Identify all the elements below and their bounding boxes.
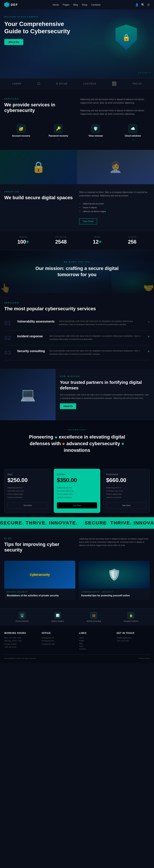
nav-pages[interactable]: Pages [63,3,69,6]
price-feature-item: Laborum est dictum [57,496,97,499]
mission-title: Our mission: crafting a secure digital t… [34,266,120,278]
blog-card-1[interactable]: Cybersecurity PRIVATE SECURITY Revelatio… [4,561,75,600]
service-virus-arrow[interactable]: → [79,138,113,141]
about-list-item-1: Adipiscing sed accumset [79,202,150,206]
service-row-3-expand[interactable]: + [147,349,150,354]
blog-card-2-tag: CYBERSECURITY · SECURITY [81,591,147,593]
price-features-basic: Adipiscing sed ut et Accumsan tortor et … [7,486,48,499]
about-view-detail-button[interactable]: View Detail [79,218,97,224]
stat-clients-value: 256 [128,239,137,245]
service-cloud: ☁️ Cloud solutions → [116,124,150,141]
footer-privacy-policy-link[interactable]: Privacy Policy [139,657,150,659]
price-card-business: Business $350.00 Adipiscing sed ut et Ac… [54,469,101,513]
hand-icon-right: 🤝 [143,283,154,293]
security-consulting-icon: 💼 [90,612,97,619]
stat-projects: Projects 2548 [55,236,67,245]
mission-label: WE WORK FOR YOU [4,261,150,263]
bottom-service-device[interactable]: 🖥️ Device protection [15,612,29,622]
tech-dot-1 [55,436,57,438]
service-num-3: 03 [4,349,13,356]
footer-link-contacts[interactable]: Contacts [79,648,112,650]
navbar: DEF Home Pages Blog Shop Contacts 👤 🔍 ☰ [0,0,154,9]
service-row-3-desc: Sed ut perspiciatis unde omnis iste natu… [49,349,143,355]
bottom-service-encryption[interactable]: 🔒 Encryption systems [124,612,139,622]
user-icon[interactable]: 👤 [135,3,139,6]
service-password-name: Password recovery [41,135,75,137]
service-cloud-arrow[interactable]: → [116,138,150,141]
services-grid: 🔐 Account recovery → 🔑 Password recovery… [4,124,150,141]
device-protection-label: Device protection [15,620,29,622]
partner-logo-socar: ⬡ [37,82,40,86]
nav-home[interactable]: Home [52,3,59,6]
service-row-2-desc: Sed ut perspiciatis unde omnis iste natu… [49,335,143,341]
partners-content: OUR MISSION Your trusted partners in for… [55,369,154,420]
service-account-arrow[interactable]: → [4,138,38,141]
price-features-professional: Adipiscing sed ut et Accumsan tortor et … [106,486,147,499]
bottom-service-consulting[interactable]: 💼 Security consulting [87,612,101,622]
price-feature-item: Porta in aliquet dolor [57,493,97,496]
partners-desc: Sed ut perspiciatis unde omnis iste natu… [60,393,150,400]
service-items-list: 01 Vulnerability assessments Sed ut pers… [4,316,150,360]
partners-btn[interactable]: About Us [60,403,76,409]
logo[interactable]: DEF [4,2,18,7]
price-btn-basic[interactable]: See More [7,502,48,508]
blog-img-1-overlay: Cybersecurity [4,561,75,589]
footer-copyright: AcropoliMedia © 2024. All rights reserve… [4,657,36,659]
service-password-arrow[interactable]: → [41,138,75,141]
menu-icon[interactable]: ☰ [147,3,150,6]
blog-card-2-image: 🛡️ [79,561,150,589]
stat-years-label: Years [93,236,102,238]
about-left: ABOUT US We build secure digital spaces [4,191,75,224]
partners-title: Your trusted partners in fortifying digi… [60,379,150,391]
price-tier-business: Business [57,473,97,475]
security-consulting-label: Security consulting [87,620,101,622]
footer-link-pages[interactable]: Pages [79,639,112,642]
hero-overlay-text: SECURITY [138,72,152,74]
nav-blog[interactable]: Blog [73,3,78,6]
price-feature-item: Accumsan tortor et eu [57,489,97,493]
blog-card-2[interactable]: 🛡️ CYBERSECURITY · SECURITY Essential ti… [79,561,150,600]
bottom-service-analysis[interactable]: 📊 System analysis [51,612,64,622]
hero-cta-button[interactable]: About Us [4,39,23,45]
search-icon[interactable]: 🔍 [141,3,145,6]
service-row-2-expand[interactable]: + [147,335,150,339]
service-num-1: 01 [4,320,13,327]
service-row-1-title: Vulnerability assessments [17,320,54,323]
marquee-text: SECURE. THRIVE. INNOVATE. SECURE. THRIVE… [0,520,154,526]
service-password: 🔑 Password recovery → [41,124,75,141]
blog-header: BLOG Tips for improving cyber security A… [4,537,150,556]
footer-office-title: Office [42,632,75,634]
price-tier-basic: Basic [7,473,48,475]
footer-link-blog[interactable]: Blog [79,642,112,645]
service-account: 🔐 Account recovery → [4,124,38,141]
nav-contacts[interactable]: Contacts [91,3,100,6]
footer-col-links: Links Home Pages Blog Shop Contacts [79,632,112,650]
about-content: ABOUT US We build secure digital spaces … [4,191,150,224]
price-card-basic: Basic $250.00 Adipiscing sed ut et Accum… [4,469,51,513]
services-desc2: Adipiscing sed sed accumsan tortor in al… [80,109,150,116]
footer-link-home[interactable]: Home [79,637,112,639]
price-feature-item: Adipiscing sed ut et [106,486,147,489]
price-btn-professional[interactable]: See More [106,502,147,508]
blog-card-2-title: Essential tips for protecting yourself o… [81,594,147,597]
hero-title: Your Comprehensive Guide to Cybersecurit… [4,20,73,35]
blog-card-1-image: Cybersecurity [4,561,75,589]
pricing-section: Basic $250.00 Adipiscing sed ut et Accum… [0,462,154,517]
stat-people-value: 100+ [17,239,29,245]
footer-bottom: AcropoliMedia © 2024. All rights reserve… [4,655,150,659]
service-row-2-info: Incident response [17,335,45,339]
system-analysis-label: System analysis [51,620,64,622]
blog-intro: Adipiscing sed sed accumsan tortor in al… [79,537,150,556]
footer-link-shop[interactable]: Shop [79,645,112,648]
service-row-1-expand[interactable]: − [147,320,150,324]
nav-shop[interactable]: Shop [82,3,87,6]
footer-col-office: Office Headquarter USHeadquarter EUHeadq… [42,632,75,650]
hero-badge: WELCOME TO OUR COMPANY [4,16,77,18]
hero-section: WELCOME TO OUR COMPANY Your Comprehensiv… [0,9,154,78]
stat-people: People 100+ [17,236,29,245]
encryption-label: Encryption systems [124,620,139,622]
service-row-3-title: Security consulting [17,349,45,353]
blog-img-1-text: Cybersecurity [30,573,50,577]
price-btn-business[interactable]: See More [57,502,97,508]
bottom-services-bar: 🖥️ Device protection 📊 System analysis 💼… [0,608,154,625]
